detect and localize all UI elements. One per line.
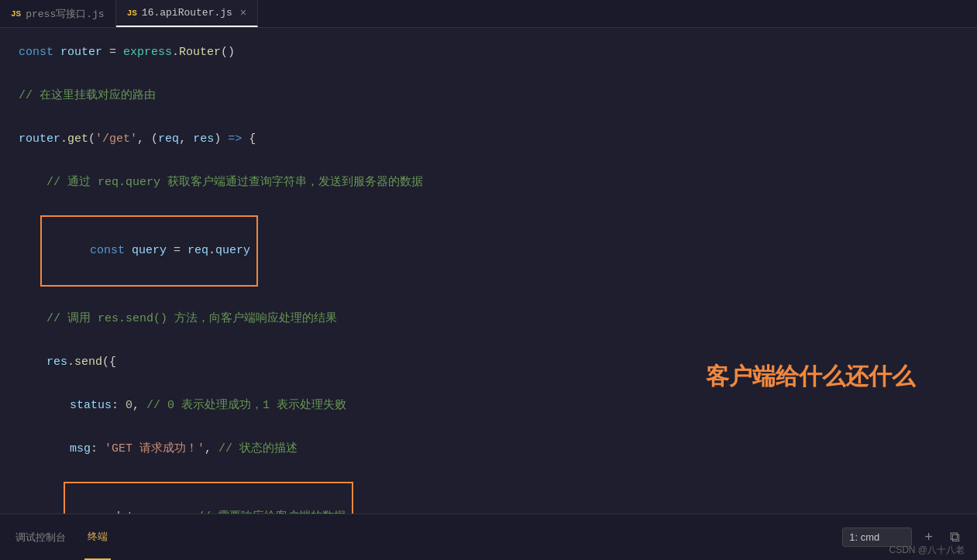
punc-brace1: { <box>242 129 256 150</box>
highlight-box-data: data: query // 需要响应给客户端的数据 <box>64 482 353 514</box>
arrow: => <box>228 129 242 150</box>
code-line-router-get: router.get('/get', (req, res) => { <box>0 129 977 150</box>
punc-brace2: ({ <box>102 352 116 373</box>
comment-msg: // 状态的描述 <box>218 438 298 460</box>
op-dot1: . <box>172 42 179 64</box>
code-line-5 <box>0 194 977 215</box>
code-line-msg: msg: 'GET 请求成功！', // 状态的描述 <box>0 438 977 460</box>
keyword-const: const <box>19 42 60 64</box>
punc-paren3: ( <box>151 129 158 150</box>
op-dot2: . <box>60 129 67 150</box>
op-equals2: = <box>167 244 187 257</box>
code-line-3 <box>0 107 977 129</box>
str-get-path: '/get' <box>95 129 137 150</box>
tab-apirouter-file[interactable]: JS 16.apiRouter.js × <box>116 0 259 27</box>
comment-status: // 0 表示处理成功，1 表示处理失败 <box>146 395 346 417</box>
prop-query: query <box>215 244 250 257</box>
var-req-query: req <box>187 244 208 257</box>
prop-status: status <box>70 395 112 417</box>
var-res: res <box>193 129 214 150</box>
tab-bar: JS press写接口.js JS 16.apiRouter.js × <box>0 0 977 28</box>
watermark: CSDN @八十八老 <box>889 544 965 557</box>
tab-debug-label: 调试控制台 <box>15 531 66 545</box>
op-equals: = <box>102 42 123 64</box>
bottom-tabs: 调试控制台 终端 <box>0 514 123 560</box>
code-line-data: data: query // 需要响应给客户端的数据 <box>0 482 977 514</box>
code-line-8 <box>0 373 977 395</box>
punc-paren4: ) <box>214 129 228 150</box>
js-icon-2: JS <box>127 9 137 18</box>
punc-comma3: , <box>132 395 146 417</box>
code-line-4 <box>0 150 977 172</box>
code-line-1: const router = express.Router() <box>0 42 977 64</box>
var-router2: router <box>19 129 60 150</box>
code-line-query: const query = req.query <box>0 215 977 287</box>
code-line-2 <box>0 64 977 85</box>
comment-send: // 调用 res.send() 方法，向客户端响应处理的结果 <box>46 308 337 330</box>
tab-label-1: press写接口.js <box>26 7 104 21</box>
tab-debug-console[interactable]: 调试控制台 <box>12 514 69 560</box>
code-line-comment1: // 在这里挂载对应的路由 <box>0 85 977 107</box>
obj-express: express <box>123 42 172 64</box>
comment-query: // 通过 req.query 获取客户端通过查询字符串，发送到服务器的数据 <box>46 172 423 194</box>
code-line-10 <box>0 460 977 482</box>
code-line-7 <box>0 330 977 352</box>
var-res2: res <box>46 352 67 373</box>
num-zero: 0 <box>126 395 132 417</box>
code-line-res-send: res.send({ <box>0 352 977 373</box>
punc-paren2: ( <box>88 129 95 150</box>
prop-msg: msg <box>70 438 91 460</box>
punc-comma2: , <box>179 129 193 150</box>
tab-terminal[interactable]: 终端 <box>84 514 111 560</box>
punc-colon2: : <box>91 438 105 460</box>
js-icon-1: JS <box>11 9 21 19</box>
code-line-comment3: // 调用 res.send() 方法，向客户端响应处理的结果 <box>0 308 977 330</box>
bottom-bar: 调试控制台 终端 1: cmd + ⧉ <box>0 514 977 560</box>
tab-label-2: 16.apiRouter.js <box>142 7 232 19</box>
op-dot3: . <box>208 244 215 257</box>
tab-close-button[interactable]: × <box>240 7 246 19</box>
str-msg: 'GET 请求成功！' <box>105 438 205 460</box>
comment-mount: // 在这里挂载对应的路由 <box>19 85 156 107</box>
var-router: router <box>60 42 102 64</box>
fn-Router: Router <box>179 42 221 64</box>
op-dot4: . <box>67 352 74 373</box>
punc-colon1: : <box>112 395 126 417</box>
code-line-status: status: 0, // 0 表示处理成功，1 表示处理失败 <box>0 395 977 417</box>
keyword-const2: const <box>90 244 132 257</box>
punc-parens1: () <box>221 42 235 64</box>
punc-comma4: , <box>205 438 218 460</box>
var-query: query <box>132 244 167 257</box>
code-line-comment2: // 通过 req.query 获取客户端通过查询字符串，发送到服务器的数据 <box>0 172 977 194</box>
tab-press-file[interactable]: JS press写接口.js <box>0 0 116 27</box>
fn-get: get <box>67 129 88 150</box>
punc-comma1: , <box>137 129 151 150</box>
tab-terminal-label: 终端 <box>88 530 108 544</box>
editor-area: const router = express.Router() // 在这里挂载… <box>0 28 977 514</box>
highlight-box-query: const query = req.query <box>40 215 258 287</box>
code-line-9 <box>0 417 977 438</box>
code-line-6 <box>0 287 977 308</box>
var-req: req <box>158 129 179 150</box>
fn-send: send <box>74 352 102 373</box>
